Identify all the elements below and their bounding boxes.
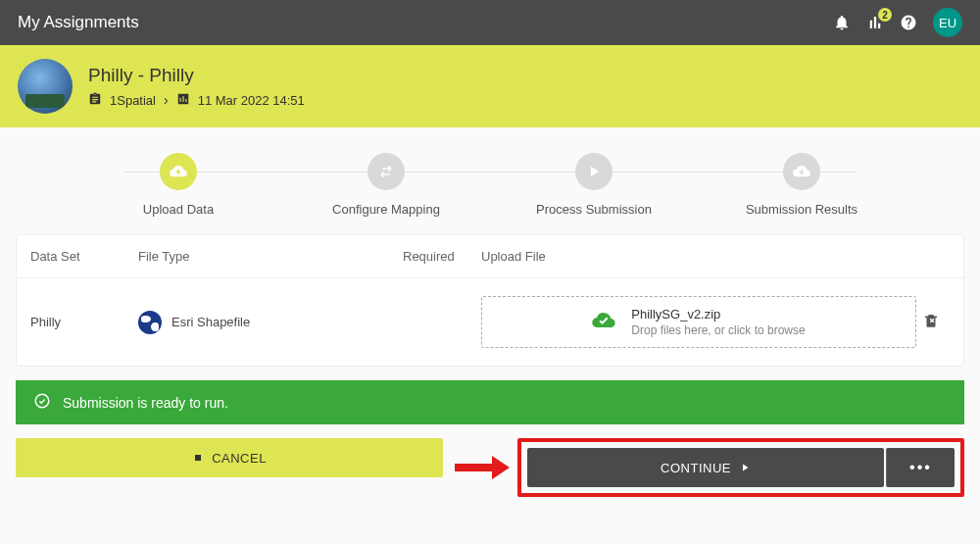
more-button[interactable]: ••• — [886, 448, 955, 487]
play-icon — [575, 153, 612, 190]
annotation-arrow — [451, 438, 510, 497]
table-header-row: Data Set File Type Required Upload File — [17, 235, 963, 278]
play-icon — [739, 462, 751, 473]
cell-filetype: Esri Shapefile — [138, 311, 403, 334]
svg-rect-1 — [195, 455, 201, 461]
main-content: Upload Data Configure Mapping Process Su… — [0, 127, 980, 497]
globe-icon — [138, 311, 162, 334]
continue-button[interactable]: CONTINUE — [527, 448, 884, 487]
chart-icon[interactable]: 2 — [866, 14, 884, 31]
cloud-check-icon — [592, 309, 615, 335]
page-title: My Assignments — [18, 13, 833, 32]
cancel-button[interactable]: CANCEL — [16, 438, 443, 477]
stop-icon — [192, 452, 204, 464]
cell-delete — [916, 312, 946, 332]
cancel-label: CANCEL — [212, 451, 267, 466]
svg-point-0 — [35, 394, 49, 408]
assignment-logo — [18, 59, 73, 114]
status-message: Submission is ready to run. — [63, 395, 228, 411]
top-bar: My Assignments 2 EU — [0, 0, 980, 45]
step-submission-results[interactable]: Submission Results — [698, 153, 906, 217]
step-process-submission[interactable]: Process Submission — [490, 153, 698, 217]
cell-upload: PhillySG_v2.zip Drop files here, or clic… — [481, 296, 916, 348]
status-banner: Submission is ready to run. — [16, 380, 964, 424]
dropzone-text: PhillySG_v2.zip Drop files here, or clic… — [631, 307, 805, 337]
topbar-actions: 2 EU — [833, 8, 962, 37]
dropzone-hint: Drop files here, or click to browse — [631, 323, 805, 337]
stepper: Upload Data Configure Mapping Process Su… — [16, 153, 964, 217]
chevron-right-icon: › — [164, 92, 169, 108]
step-label: Upload Data — [143, 202, 214, 217]
continue-highlight-box: CONTINUE ••• — [517, 438, 964, 497]
user-avatar[interactable]: EU — [933, 8, 962, 37]
svg-marker-3 — [492, 456, 510, 479]
upload-table: Data Set File Type Required Upload File … — [16, 234, 964, 367]
assignment-header: Philly - Philly 1Spatial › 11 Mar 2022 1… — [0, 45, 980, 127]
arrow-right-icon — [455, 456, 510, 479]
check-circle-icon — [33, 392, 51, 413]
bell-icon[interactable] — [833, 14, 851, 31]
step-label: Configure Mapping — [332, 202, 440, 217]
chart-badge: 2 — [878, 8, 892, 22]
assignment-title: Philly - Philly — [88, 65, 305, 86]
file-dropzone[interactable]: PhillySG_v2.zip Drop files here, or clic… — [481, 296, 916, 348]
column-header-filetype: File Type — [138, 249, 403, 264]
cloud-upload-icon — [160, 153, 197, 190]
cell-dataset: Philly — [30, 315, 138, 329]
clipboard-icon — [88, 92, 102, 109]
cloud-download-icon — [783, 153, 820, 190]
continue-label: CONTINUE — [661, 461, 731, 475]
help-icon[interactable] — [900, 14, 917, 31]
column-header-uploadfile: Upload File — [481, 249, 916, 264]
table-row: Philly Esri Shapefile PhillySG_v2.zip Dr… — [17, 278, 963, 366]
swap-icon — [368, 153, 405, 190]
delete-icon[interactable] — [922, 312, 940, 332]
column-header-dataset: Data Set — [30, 249, 138, 264]
filetype-label: Esri Shapefile — [172, 315, 250, 329]
breadcrumb-timestamp: 11 Mar 2022 14:51 — [198, 93, 305, 108]
step-configure-mapping[interactable]: Configure Mapping — [282, 153, 490, 217]
step-label: Process Submission — [536, 202, 652, 217]
step-upload-data[interactable]: Upload Data — [74, 153, 282, 217]
chart-bar-icon — [176, 92, 190, 109]
breadcrumb-org[interactable]: 1Spatial — [110, 93, 156, 108]
action-row: CANCEL CONTINUE ••• — [16, 438, 964, 497]
uploaded-filename: PhillySG_v2.zip — [631, 307, 720, 321]
assignment-info: Philly - Philly 1Spatial › 11 Mar 2022 1… — [88, 65, 305, 109]
svg-rect-2 — [455, 464, 492, 471]
column-header-required: Required — [403, 249, 481, 264]
breadcrumb: 1Spatial › 11 Mar 2022 14:51 — [88, 92, 305, 109]
step-label: Submission Results — [746, 202, 858, 217]
